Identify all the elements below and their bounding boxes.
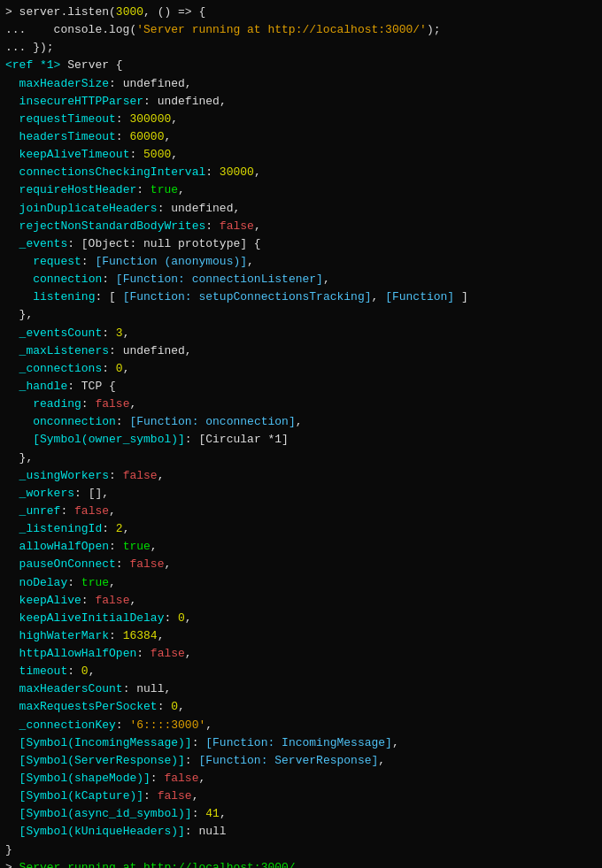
code-line-31: allowHalfOpen: true, [5, 538, 597, 556]
code-line-34: keepAlive: false, [5, 592, 597, 610]
code-line-39: maxHeadersCount: null, [5, 680, 597, 698]
code-line-14: _events: [Object: null prototype] { [5, 235, 597, 253]
code-line-40: maxRequestsPerSocket: 0, [5, 698, 597, 716]
code-line-29: _unref: false, [5, 503, 597, 520]
code-line-15: request: [Function (anonymous)], [5, 253, 597, 271]
code-line-43: [Symbol(ServerResponse)]: [Function: Ser… [5, 752, 597, 770]
code-line-12: joinDuplicateHeaders: undefined, [5, 200, 597, 218]
code-line-26: }, [5, 449, 597, 467]
code-line-8: headersTimeout: 60000, [5, 128, 597, 146]
code-line-6: insecureHTTPParser: undefined, [5, 93, 597, 111]
code-line-9: keepAliveTimeout: 5000, [5, 146, 597, 164]
code-line-41: _connectionKey: '6::::3000', [5, 717, 597, 734]
code-line-27: _usingWorkers: false, [5, 467, 597, 485]
code-line-28: _workers: [], [5, 485, 597, 503]
code-line-7: requestTimeout: 300000, [5, 111, 597, 128]
terminal-window: > server.listen(3000, () => { ... consol… [0, 0, 602, 868]
code-line-5: maxHeaderSize: undefined, [5, 75, 597, 93]
code-line-23: reading: false, [5, 396, 597, 413]
code-line-11: requireHostHeader: true, [5, 181, 597, 199]
code-line-33: noDelay: true, [5, 574, 597, 592]
code-line-42: [Symbol(IncomingMessage)]: [Function: In… [5, 734, 597, 752]
code-line-25: [Symbol(owner_symbol)]: [Circular *1] [5, 431, 597, 449]
code-line-3: ... }); [5, 39, 597, 57]
code-line-21: _connections: 0, [5, 360, 597, 378]
code-line-17: listening: [ [Function: setupConnections… [5, 288, 597, 306]
code-line-24: onconnection: [Function: onconnection], [5, 413, 597, 431]
code-line-47: [Symbol(kUniqueHeaders)]: null [5, 823, 597, 841]
code-line-4: <ref *1> Server { [5, 57, 597, 74]
code-line-1: > server.listen(3000, () => { [5, 4, 597, 21]
code-line-49: > Server running at http://localhost:300… [5, 859, 597, 868]
code-line-16: connection: [Function: connectionListene… [5, 271, 597, 288]
code-line-48: } [5, 841, 597, 859]
code-line-2: ... console.log('Server running at http:… [5, 21, 597, 39]
code-line-37: httpAllowHalfOpen: false, [5, 645, 597, 663]
code-line-30: _listeningId: 2, [5, 520, 597, 538]
code-line-22: _handle: TCP { [5, 378, 597, 396]
code-line-32: pauseOnConnect: false, [5, 556, 597, 573]
code-line-38: timeout: 0, [5, 663, 597, 680]
code-line-19: _eventsCount: 3, [5, 325, 597, 342]
code-line-18: }, [5, 306, 597, 324]
code-line-13: rejectNonStandardBodyWrites: false, [5, 218, 597, 235]
code-line-44: [Symbol(shapeMode)]: false, [5, 770, 597, 787]
code-line-45: [Symbol(kCapture)]: false, [5, 787, 597, 805]
code-line-20: _maxListeners: undefined, [5, 342, 597, 360]
code-line-35: keepAliveInitialDelay: 0, [5, 610, 597, 627]
code-line-36: highWaterMark: 16384, [5, 627, 597, 645]
code-line-46: [Symbol(async_id_symbol)]: 41, [5, 805, 597, 823]
code-line-10: connectionsCheckingInterval: 30000, [5, 164, 597, 181]
